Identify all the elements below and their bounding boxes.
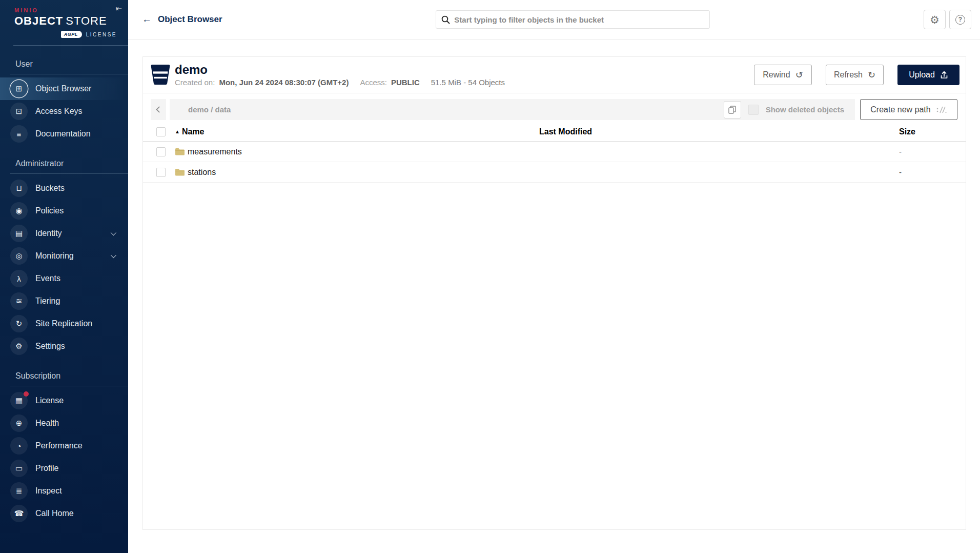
agpl-badge: AGPL xyxy=(61,31,82,38)
sidebar-item-object-browser[interactable]: ⊞ Object Browser xyxy=(0,77,128,100)
folder-icon xyxy=(175,168,185,176)
bucket-name: demo xyxy=(175,63,505,76)
content-area: demo Created on: Mon, Jun 24 2024 08:30:… xyxy=(128,40,980,553)
tiering-icon: ≋ xyxy=(16,297,23,306)
row-checkbox[interactable] xyxy=(156,147,166,156)
copy-icon xyxy=(728,106,736,114)
path-back-button[interactable] xyxy=(151,99,166,120)
sidebar-item-identity[interactable]: ▤ Identity xyxy=(0,222,128,245)
site-replication-icon: ↻ xyxy=(16,319,23,328)
created-value: Mon, Jun 24 2024 08:30:07 (GMT+2) xyxy=(219,78,349,87)
call-home-icon: ☎ xyxy=(14,509,24,518)
app-window: ⇤ MINIO OBJECTSTORE AGPL LICENSE User ⊞ … xyxy=(0,0,980,553)
sidebar-item-label: Documentation xyxy=(35,129,91,139)
health-icon: ⊕ xyxy=(16,419,23,428)
section-divider xyxy=(10,74,128,74)
table-header-row: ▲ Name Last Modified Size xyxy=(143,123,966,142)
object-name[interactable]: stations xyxy=(188,168,216,177)
sidebar-item-documentation[interactable]: ≡ Documentation xyxy=(0,123,128,145)
sidebar-item-label: Policies xyxy=(35,206,64,215)
sidebar-item-tiering[interactable]: ≋ Tiering xyxy=(0,290,128,312)
sidebar-item-label: Tiering xyxy=(35,297,60,306)
table-row-stations[interactable]: stations - xyxy=(143,162,966,183)
object-size: - xyxy=(899,147,966,156)
sidebar-item-health[interactable]: ⊕ Health xyxy=(0,412,128,434)
identity-icon: ▤ xyxy=(15,229,23,238)
license-icon: ▦ xyxy=(15,396,23,405)
search-box xyxy=(436,10,710,29)
sidebar-item-events[interactable]: λ Events xyxy=(0,267,128,290)
help-icon: ? xyxy=(955,15,965,25)
row-checkbox[interactable] xyxy=(156,168,166,177)
sidebar-item-label: Buckets xyxy=(35,184,65,193)
inspect-icon: ≣ xyxy=(16,486,23,496)
breadcrumb-bar: demo / data Show deleted objects xyxy=(170,99,855,120)
show-deleted-checkbox[interactable] xyxy=(748,105,759,115)
size-column-header[interactable]: Size xyxy=(899,127,966,136)
sidebar-item-policies[interactable]: ◉ Policies xyxy=(0,200,128,222)
sidebar-item-settings[interactable]: ⚙ Settings xyxy=(0,335,128,358)
top-bar: ← Object Browser ⚙ ? xyxy=(128,0,980,40)
show-deleted-label[interactable]: Show deleted objects xyxy=(766,105,844,114)
create-new-path-button[interactable]: Create new path xyxy=(860,99,957,120)
section-label-subscription: Subscription xyxy=(0,371,128,381)
policies-icon: ◉ xyxy=(15,206,22,215)
help-button[interactable]: ? xyxy=(949,10,971,29)
search-icon xyxy=(441,15,450,24)
minio-brand-text: MINIO xyxy=(14,7,118,13)
sidebar-item-label: Monitoring xyxy=(35,251,74,261)
refresh-button[interactable]: Refresh ↻ xyxy=(826,65,884,85)
created-label: Created on: xyxy=(175,78,215,87)
select-all-checkbox[interactable] xyxy=(156,127,166,136)
documentation-icon: ≡ xyxy=(17,130,22,139)
sidebar-item-monitoring[interactable]: ◎ Monitoring xyxy=(0,245,128,267)
bucket-usage: 51.5 MiB - 54 Objects xyxy=(431,78,505,87)
back-arrow-icon[interactable]: ← xyxy=(142,14,152,25)
last-modified-column-header[interactable]: Last Modified xyxy=(539,127,899,136)
logo-object-text: OBJECT xyxy=(14,14,63,27)
copy-path-button[interactable] xyxy=(724,101,741,118)
refresh-icon: ↻ xyxy=(868,70,875,80)
sidebar-item-profile[interactable]: ▭ Profile xyxy=(0,457,128,480)
upload-button[interactable]: Upload xyxy=(897,65,959,85)
sidebar-item-label: Access Keys xyxy=(35,107,83,116)
sidebar-item-buckets[interactable]: ⊔ Buckets xyxy=(0,177,128,200)
access-value[interactable]: PUBLIC xyxy=(391,78,420,87)
bucket-meta: Created on: Mon, Jun 24 2024 08:30:07 (G… xyxy=(175,78,505,87)
sidebar-item-label: Events xyxy=(35,274,60,283)
breadcrumb[interactable]: demo / data xyxy=(188,105,231,114)
new-path-icon xyxy=(936,106,947,114)
sort-ascending-icon[interactable]: ▲ xyxy=(175,129,180,134)
back-to-buckets[interactable]: ← Object Browser xyxy=(142,14,222,25)
sidebar-item-inspect[interactable]: ≣ Inspect xyxy=(0,480,128,502)
sidebar-item-performance[interactable]: ◔ Performance xyxy=(0,434,128,457)
license-alert-dot xyxy=(24,391,29,397)
table-row-measurements[interactable]: measurements - xyxy=(143,142,966,162)
bucket-card: demo Created on: Mon, Jun 24 2024 08:30:… xyxy=(142,56,966,530)
sidebar-item-license[interactable]: ▦ License xyxy=(0,389,128,412)
settings-button[interactable]: ⚙ xyxy=(924,10,946,29)
rewind-button[interactable]: Rewind ↺ xyxy=(754,65,812,85)
bucket-header: demo Created on: Mon, Jun 24 2024 08:30:… xyxy=(143,57,966,93)
sidebar-item-label: Object Browser xyxy=(35,84,91,93)
main-area: ← Object Browser ⚙ ? xyxy=(128,0,980,553)
sidebar-collapse-icon[interactable]: ⇤ xyxy=(115,4,122,13)
object-name[interactable]: measurements xyxy=(188,147,242,156)
section-label-administrator: Administrator xyxy=(0,159,128,168)
sidebar-item-label: Inspect xyxy=(35,486,62,496)
sidebar-item-access-keys[interactable]: ⊡ Access Keys xyxy=(0,100,128,123)
rewind-icon: ↺ xyxy=(795,70,803,80)
bucket-icon xyxy=(151,64,170,86)
name-column-header[interactable]: ▲ Name xyxy=(175,127,539,136)
sidebar-item-label: Site Replication xyxy=(35,319,92,328)
profile-icon: ▭ xyxy=(15,464,23,473)
logo-divider xyxy=(13,45,128,46)
sidebar-item-call-home[interactable]: ☎ Call Home xyxy=(0,502,128,525)
section-divider xyxy=(10,386,128,386)
sidebar-item-label: Health xyxy=(35,419,59,428)
logo-store-text: STORE xyxy=(66,14,107,27)
sidebar: ⇤ MINIO OBJECTSTORE AGPL LICENSE User ⊞ … xyxy=(0,0,128,553)
search-input[interactable] xyxy=(454,15,704,24)
sidebar-item-site-replication[interactable]: ↻ Site Replication xyxy=(0,312,128,335)
path-toolbar: demo / data Show deleted objects xyxy=(151,99,957,120)
